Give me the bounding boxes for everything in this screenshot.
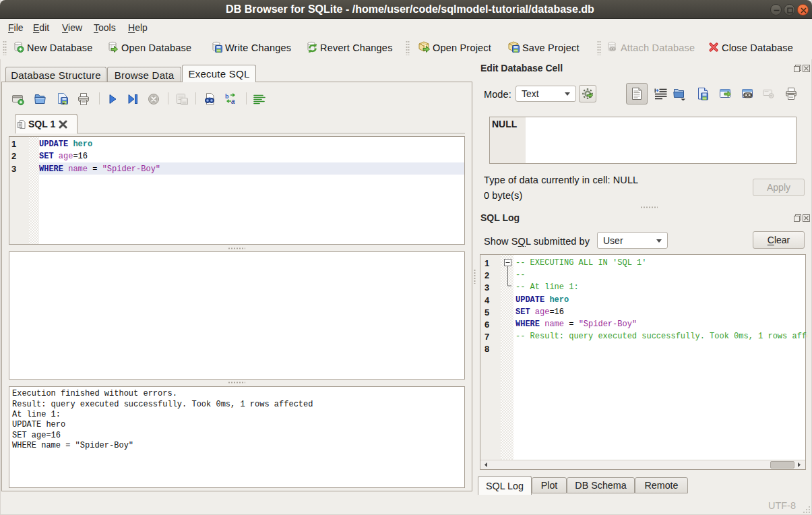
svg-text:a: a [231, 98, 235, 105]
svg-text:b: b [225, 93, 229, 100]
